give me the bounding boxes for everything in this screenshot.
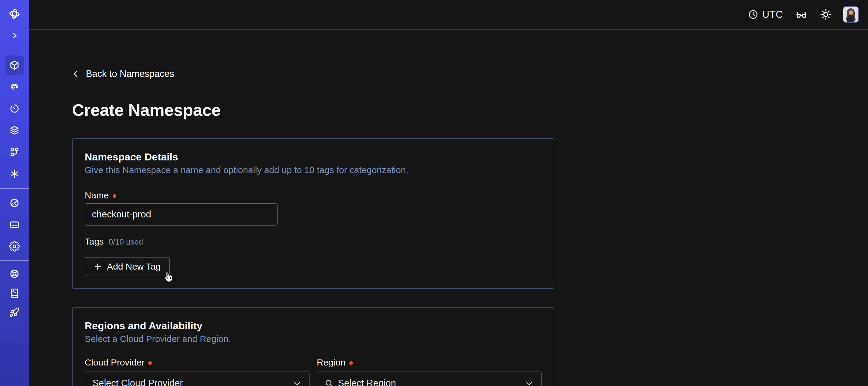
- sidebar-expand-chevron-icon[interactable]: [7, 29, 22, 42]
- chevron-down-icon: [525, 379, 534, 386]
- sidebar-item-docs[interactable]: [5, 285, 24, 302]
- search-icon: [324, 379, 334, 386]
- sidebar-item-getting-started[interactable]: [5, 304, 24, 321]
- regions-availability-card: Regions and Availability Select a Cloud …: [72, 307, 554, 386]
- sidebar-item-support[interactable]: [5, 265, 24, 282]
- region-fields: Cloud Provider Select Cloud Provider Reg…: [85, 357, 541, 386]
- sidebar-item-billing[interactable]: [5, 215, 24, 234]
- tags-header: Tags 0/10 used: [85, 236, 541, 247]
- chevron-left-icon: [72, 69, 80, 79]
- chevron-down-icon: [293, 379, 302, 386]
- topbar: UTC: [29, 0, 868, 30]
- docs-book-icon: [9, 288, 20, 299]
- cloud-provider-placeholder: Select Cloud Provider: [93, 378, 288, 386]
- user-avatar[interactable]: [843, 6, 859, 23]
- timezone-selector[interactable]: UTC: [748, 9, 783, 20]
- page-title: Create Namespace: [72, 100, 868, 120]
- required-dot: [349, 361, 353, 365]
- card-subtitle: Give this Namespace a name and optionall…: [85, 164, 541, 176]
- tags-label: Tags: [85, 236, 104, 247]
- name-field-label: Name: [85, 190, 541, 201]
- reader-mode-button[interactable]: [795, 8, 808, 21]
- cloud-provider-field: Cloud Provider Select Cloud Provider: [85, 357, 310, 386]
- schedules-timer-icon: [9, 103, 20, 114]
- usage-gauge-icon: [9, 198, 20, 208]
- sidebar-nav-help: [5, 265, 24, 321]
- avatar-portrait: [843, 7, 858, 22]
- cloud-provider-label-text: Cloud Provider: [85, 357, 144, 368]
- card-subtitle: Select a Cloud Provider and Region.: [85, 333, 541, 345]
- support-lifebuoy-icon: [9, 268, 20, 279]
- add-tag-label: Add New Tag: [107, 262, 161, 272]
- deployments-layers-icon: [9, 125, 20, 136]
- billing-card-icon: [9, 219, 20, 230]
- region-label: Region: [317, 357, 541, 368]
- cloud-provider-label: Cloud Provider: [85, 357, 310, 368]
- sidebar-item-batch-operations[interactable]: [5, 142, 24, 161]
- workflows-spiral-icon: [9, 82, 20, 92]
- sidebar: [0, 0, 29, 386]
- back-to-namespaces-link[interactable]: Back to Namespaces: [72, 69, 174, 79]
- cloud-provider-select[interactable]: Select Cloud Provider: [85, 372, 310, 386]
- sun-icon: [820, 8, 832, 21]
- sidebar-nav-primary: [5, 56, 24, 183]
- temporal-logo-icon: [8, 7, 21, 21]
- glasses-icon: [795, 8, 808, 21]
- region-field: Region Select Region: [317, 357, 541, 386]
- namespace-details-card: Namespace Details Give this Namespace a …: [72, 138, 554, 289]
- plus-icon: [94, 263, 101, 270]
- sidebar-item-workflows[interactable]: [5, 77, 24, 96]
- sidebar-item-nexus[interactable]: [5, 164, 24, 183]
- region-select[interactable]: Select Region: [317, 372, 541, 386]
- card-title: Regions and Availability: [85, 319, 541, 332]
- sidebar-nav-account: [5, 193, 24, 256]
- namespace-name-input[interactable]: [85, 203, 278, 226]
- required-dot: [148, 361, 152, 365]
- sidebar-item-usage[interactable]: [5, 193, 24, 213]
- card-title: Namespace Details: [85, 150, 541, 164]
- back-link-label: Back to Namespaces: [86, 69, 174, 79]
- clock-icon: [748, 9, 758, 20]
- main-content: Back to Namespaces Create Namespace Name…: [29, 30, 868, 386]
- nexus-asterisk-icon: [9, 168, 20, 179]
- sidebar-item-settings[interactable]: [5, 237, 24, 256]
- settings-gear-icon: [9, 241, 20, 252]
- add-new-tag-button[interactable]: Add New Tag: [85, 257, 170, 276]
- namespaces-cube-icon: [9, 60, 20, 70]
- name-label-text: Name: [85, 190, 109, 201]
- batch-branch-icon: [9, 147, 20, 157]
- sidebar-item-schedules[interactable]: [5, 99, 24, 118]
- tags-usage-count: 0/10 used: [108, 237, 143, 247]
- getting-started-rocket-icon: [9, 307, 20, 318]
- region-label-text: Region: [317, 357, 345, 368]
- sidebar-item-deployments[interactable]: [5, 121, 24, 140]
- sidebar-divider: [0, 188, 29, 189]
- region-placeholder: Select Region: [338, 378, 521, 386]
- theme-toggle-button[interactable]: [820, 8, 832, 21]
- timezone-label: UTC: [762, 9, 783, 20]
- required-dot: [113, 194, 116, 198]
- sidebar-divider: [0, 260, 29, 261]
- sidebar-item-namespaces[interactable]: [5, 56, 24, 75]
